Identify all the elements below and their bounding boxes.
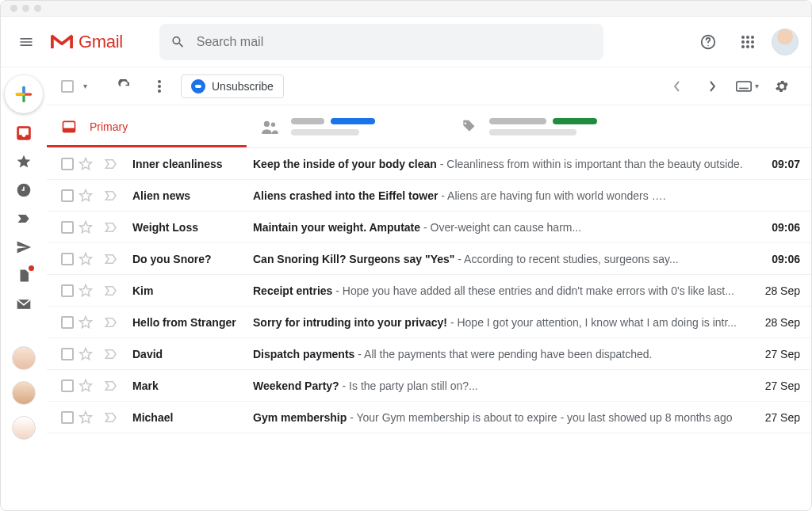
row-checkbox[interactable] [61,316,74,329]
row-checkbox[interactable] [61,253,74,265]
row-checkbox[interactable] [61,221,74,234]
email-sender: Inner cleanliness [129,158,248,170]
email-row[interactable]: KimReceipt entries - Hope you have added… [47,275,811,307]
input-tools-icon[interactable]: ▾ [733,73,760,100]
star-icon[interactable] [79,189,99,203]
svg-point-3 [707,44,708,45]
email-row[interactable]: Alien newsAliens crashed into the Eiffel… [47,180,811,212]
email-sender: Michael [129,411,248,424]
tab-promotions[interactable] [446,105,646,147]
settings-icon[interactable] [768,73,795,100]
apps-grid-icon[interactable] [732,26,764,58]
email-preview: - Is the party plan still on?... [343,379,478,392]
nav-inbox-icon[interactable] [15,124,33,142]
help-icon[interactable] [692,26,724,58]
importance-icon[interactable] [104,253,124,265]
email-subject: Gym membership [253,411,347,424]
importance-icon[interactable] [104,411,124,424]
nav-mail-icon[interactable] [15,296,33,313]
importance-icon[interactable] [104,379,124,392]
category-tabs: Primary [47,105,811,148]
svg-point-15 [158,90,161,93]
tab-social[interactable] [247,105,446,147]
email-time: 09:06 [753,221,800,234]
star-icon[interactable] [79,284,99,298]
refresh-icon[interactable] [111,73,138,100]
importance-icon[interactable] [104,316,124,329]
email-message: Maintain your weight. Amputate - Over-we… [253,221,748,234]
chat-avatar[interactable] [12,381,36,405]
row-checkbox[interactable] [61,411,74,424]
email-subject: Weekend Party? [253,379,339,392]
importance-icon[interactable] [104,189,124,202]
nav-starred-icon[interactable] [15,153,33,170]
email-sender: Weight Loss [129,221,248,234]
svg-point-6 [751,36,754,39]
unsubscribe-button[interactable]: Unsubscribe [181,74,284,98]
importance-icon[interactable] [104,284,124,297]
newer-page-icon[interactable] [664,73,691,100]
chat-avatar[interactable] [12,346,36,370]
star-icon[interactable] [79,157,99,171]
app-title: Gmail [79,32,123,52]
compose-button[interactable] [5,75,43,113]
search-bar[interactable] [159,24,603,60]
email-preview: - Hope I got your attention, I know what… [450,316,737,329]
user-avatar[interactable] [772,29,799,55]
star-icon[interactable] [79,410,99,425]
select-all-checkbox[interactable] [61,80,74,93]
email-row[interactable]: MarkWeekend Party? - Is the party plan s… [47,370,811,402]
star-icon[interactable] [79,252,99,266]
importance-icon[interactable] [104,158,124,170]
email-row[interactable]: Weight LossMaintain your weight. Amputat… [47,212,811,243]
svg-point-13 [158,80,161,83]
email-message: Weekend Party? - Is the party plan still… [253,379,748,392]
email-time: 27 Sep [753,348,800,360]
chrome-dot [10,5,17,12]
chat-avatar[interactable] [12,416,36,440]
email-time: 28 Sep [753,284,800,297]
older-page-icon[interactable] [699,73,726,100]
row-checkbox[interactable] [61,379,74,392]
email-sender: Mark [129,379,248,392]
email-row[interactable]: MichaelGym membership - Your Gym members… [47,402,811,433]
importance-icon[interactable] [104,221,124,234]
gmail-logo: Gmail [50,32,123,52]
svg-point-14 [158,85,161,88]
email-subject: Maintain your weight. Amputate [253,221,420,234]
svg-rect-0 [51,35,54,48]
email-subject: Receipt entries [253,284,332,297]
svg-point-9 [751,40,754,44]
row-checkbox[interactable] [61,284,74,297]
select-all-dropdown[interactable]: ▾ [83,82,87,90]
star-icon[interactable] [79,379,99,393]
row-checkbox[interactable] [61,158,74,170]
menu-icon[interactable] [10,26,42,58]
email-preview: - All the payments that were pending hav… [358,348,652,360]
email-row[interactable]: Do you Snore?Can Snoring Kill? Surgeons … [47,243,811,275]
email-subject: Keep the inside of your body clean [253,158,437,170]
star-icon[interactable] [79,220,99,235]
importance-icon[interactable] [104,348,124,360]
nav-snoozed-icon[interactable] [15,181,33,199]
email-row[interactable]: DavidDispatch payments - All the payment… [47,338,811,370]
svg-point-4 [741,36,745,39]
email-row[interactable]: Inner cleanlinessKeep the inside of your… [47,148,811,180]
nav-sent-icon[interactable] [15,238,33,256]
row-checkbox[interactable] [61,348,74,360]
star-icon[interactable] [79,315,99,330]
nav-important-icon[interactable] [15,210,33,227]
more-icon[interactable] [146,73,173,100]
email-sender: David [129,348,248,360]
nav-drafts-icon[interactable] [15,267,33,284]
search-input[interactable] [197,35,592,49]
svg-rect-1 [70,35,73,48]
primary-tab-icon [61,119,77,135]
email-sender: Alien news [129,189,248,202]
email-message: Can Snoring Kill? Surgeons say "Yes" - A… [253,253,748,265]
row-checkbox[interactable] [61,189,74,202]
email-row[interactable]: Hello from StrangerSorry for intruding i… [47,307,811,338]
star-icon[interactable] [79,347,99,361]
svg-point-10 [741,45,745,48]
tab-primary[interactable]: Primary [47,105,247,147]
